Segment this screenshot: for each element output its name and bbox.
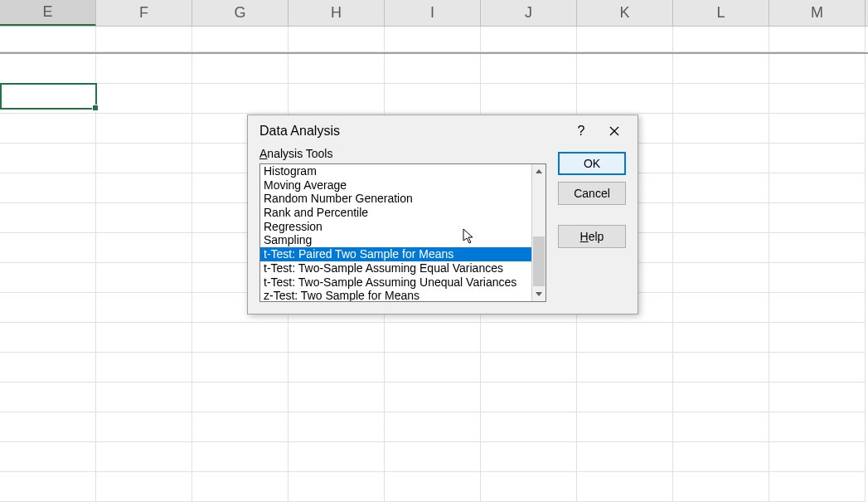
cell[interactable] [577,472,673,502]
cell[interactable] [481,472,577,502]
cell[interactable] [673,353,769,383]
cancel-button[interactable]: Cancel [558,182,626,205]
cell[interactable] [385,54,481,84]
cell[interactable] [0,233,96,263]
cell[interactable] [673,442,769,472]
cell[interactable] [673,27,769,52]
cell[interactable] [0,323,96,353]
column-header-K[interactable]: K [577,0,673,26]
cell[interactable] [769,472,866,502]
cell[interactable] [385,27,481,52]
cell[interactable] [673,203,769,233]
list-item[interactable]: Rank and Percentile [260,206,531,220]
cell[interactable] [385,442,481,472]
list-item[interactable]: t-Test: Paired Two Sample for Means [260,247,531,261]
cell[interactable] [0,203,96,233]
cell[interactable] [577,27,673,52]
cell[interactable] [96,323,192,353]
cell[interactable] [0,54,96,84]
cell[interactable] [673,263,769,293]
cell[interactable] [96,293,192,323]
cell[interactable] [289,323,385,353]
scrollbar[interactable] [531,164,546,301]
cell[interactable] [673,114,769,144]
scroll-thumb[interactable] [533,236,545,286]
cell[interactable] [192,472,289,502]
cell[interactable] [673,323,769,353]
cell[interactable] [192,353,289,383]
list-item[interactable]: t-Test: Two-Sample Assuming Unequal Vari… [260,275,531,290]
list-item[interactable]: Sampling [260,233,531,247]
close-icon[interactable] [598,119,631,144]
cell[interactable] [96,144,192,173]
cell[interactable] [769,203,866,233]
list-item[interactable]: t-Test: Two-Sample Assuming Equal Varian… [260,261,531,275]
column-header-J[interactable]: J [481,0,577,26]
cell[interactable] [96,383,192,412]
ok-button[interactable]: OK [558,152,626,175]
column-header-F[interactable]: F [96,0,192,26]
column-header-L[interactable]: L [673,0,769,26]
cell[interactable] [385,472,481,502]
cell[interactable] [481,383,577,412]
cell[interactable] [289,472,385,502]
cell[interactable] [673,54,769,84]
cell[interactable] [0,144,96,173]
cell[interactable] [481,442,577,472]
cell[interactable] [385,412,481,442]
help-button[interactable]: Help [558,225,626,248]
cell[interactable] [385,353,481,383]
cell[interactable] [289,27,385,52]
cell[interactable] [96,173,192,203]
cell[interactable] [96,54,192,84]
cell[interactable] [481,27,577,52]
cell[interactable] [96,27,192,52]
cell[interactable] [769,144,866,173]
cell[interactable] [192,412,289,442]
cell[interactable] [192,442,289,472]
cell[interactable] [577,412,673,442]
cell[interactable] [481,84,577,114]
cell[interactable] [96,114,192,144]
cell[interactable] [577,323,673,353]
cell[interactable] [481,54,577,84]
column-header-I[interactable]: I [385,0,481,26]
cell[interactable] [96,263,192,293]
cell[interactable] [289,442,385,472]
cell[interactable] [385,383,481,412]
cell[interactable] [385,323,481,353]
scroll-up-icon[interactable] [532,164,546,178]
cell[interactable] [769,323,866,353]
cell[interactable] [96,233,192,263]
column-header-E[interactable]: E [0,0,96,26]
cell[interactable] [769,353,866,383]
cell[interactable] [673,293,769,323]
cell[interactable] [673,173,769,203]
cell[interactable] [769,173,866,203]
cell[interactable] [769,27,866,52]
help-icon[interactable]: ? [565,119,598,144]
cell[interactable] [0,84,96,114]
cell[interactable] [385,84,481,114]
list-item[interactable]: Regression [260,220,531,234]
cell[interactable] [289,54,385,84]
cell[interactable] [96,442,192,472]
cell[interactable] [769,442,866,472]
cell[interactable] [96,412,192,442]
scroll-track[interactable] [532,178,546,287]
cell[interactable] [0,412,96,442]
cell[interactable] [577,84,673,114]
column-header-M[interactable]: M [769,0,866,26]
cell[interactable] [673,84,769,114]
cell[interactable] [481,323,577,353]
analysis-tools-listbox[interactable]: HistogramMoving AverageRandom Number Gen… [259,163,546,302]
cell[interactable] [481,353,577,383]
cell[interactable] [0,383,96,412]
cell[interactable] [192,84,289,114]
cell[interactable] [96,84,192,114]
cell[interactable] [192,383,289,412]
cell[interactable] [0,114,96,144]
cell[interactable] [769,263,866,293]
cell[interactable] [96,353,192,383]
cell[interactable] [192,54,289,84]
